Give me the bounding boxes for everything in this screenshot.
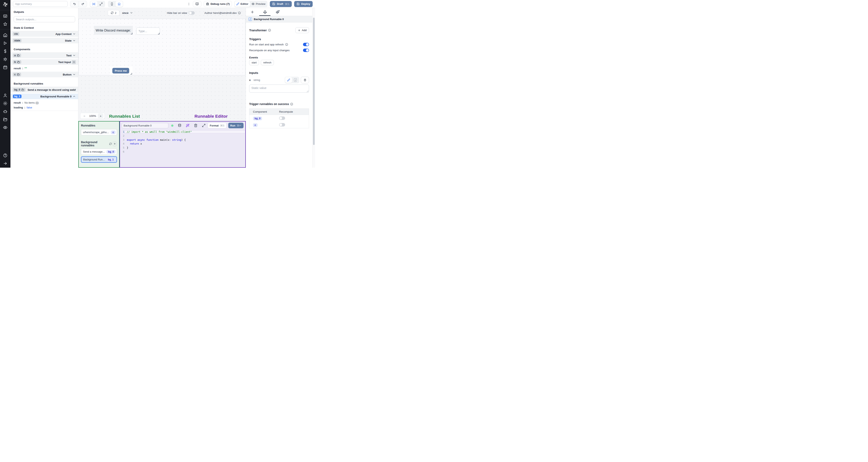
resize-handle[interactable] [130,73,132,74]
runs-icon[interactable] [3,41,7,45]
text-input-component[interactable] [136,28,160,35]
info-icon[interactable] [285,43,288,46]
app-summary-input[interactable] [13,1,68,7]
bg1-loading-detail[interactable]: loading : false [10,105,78,110]
output-row-ctx[interactable]: ctx App Context [10,31,78,37]
chevron-down-icon[interactable] [72,54,76,57]
chevron-down-icon[interactable] [72,39,76,42]
chevron-down-icon[interactable] [72,32,76,36]
schedules-icon[interactable] [3,65,7,69]
database-icon[interactable] [178,124,181,127]
bg1-row[interactable]: bg_1 Background Runnable 0 [10,94,78,99]
discord-message-input[interactable] [136,28,160,35]
refresh-count-button[interactable]: 2 [108,10,119,16]
chevron-up-icon[interactable] [72,95,76,98]
collapse-rail-icon[interactable] [3,161,7,166]
app-canvas[interactable]: Write Discord message: Press me [79,19,245,75]
fullwidth-layout-button[interactable] [97,1,105,7]
refresh-event-button[interactable]: refresh [261,60,274,65]
settings-icon[interactable] [3,101,7,106]
zoom-out-button[interactable]: − [82,114,87,118]
resize-handle[interactable] [131,33,132,34]
tab-preview[interactable]: Preview [250,1,267,7]
format-button[interactable]: Format ⌘S [208,123,227,128]
eval-mode-button[interactable]: ƒ [292,77,299,83]
more-menu-icon[interactable] [187,2,190,6]
info-icon[interactable] [238,11,241,14]
c-badge: c [253,123,257,127]
runnable-item-bg1-selected[interactable]: Background Run... bg_1 [81,156,117,163]
center-layout-button[interactable] [90,1,97,7]
add-transformer-button[interactable]: Add [296,27,309,33]
add-background-runnable-button[interactable] [113,141,117,146]
text-component[interactable]: Write Discord message: [94,26,133,35]
c-recompute-toggle[interactable] [279,123,285,127]
collapse-row-button[interactable] [72,60,76,64]
workers-icon[interactable] [3,109,7,113]
canvas-area: 2 once Hide bar on view Author henri@win… [79,8,246,168]
info-icon[interactable] [290,103,293,106]
bg0-label: Send a message to discord using webhoo [28,88,76,91]
search-outputs-input[interactable] [14,16,75,22]
b-result-detail[interactable]: result : "" [10,66,78,71]
component-row-b[interactable]: b Text Input [10,59,78,65]
favorites-icon[interactable] [3,22,7,26]
run-on-start-toggle[interactable] [303,43,309,46]
runnable-item-bg0[interactable]: Send a message... bg_0 [81,148,117,155]
folders-icon[interactable] [3,117,7,122]
code-editor[interactable]: 1// import * as wmill from "windmill-cli… [120,130,245,154]
bg1-result-detail[interactable]: result : No items ([]) [10,100,78,105]
runnable-item-c[interactable]: u/henri/scrape_githu... c [81,129,117,135]
start-event-button[interactable]: start [249,60,259,65]
windmill-logo-icon[interactable] [2,2,8,7]
page-scrollbar[interactable] [312,8,315,168]
static-value-textarea[interactable] [249,85,309,93]
tab-editor[interactable]: Editor [235,1,250,7]
settings-tab-icon[interactable] [263,10,267,14]
settings-tabs [246,8,312,16]
recompute-toggle[interactable] [303,48,309,52]
docs-button[interactable] [193,1,201,7]
bg0-row[interactable]: bg_0 Send a message to discord using web… [10,87,78,93]
account-icon[interactable] [3,93,7,98]
scrollbar-thumb[interactable] [313,18,315,145]
zoom-in-button[interactable]: + [98,113,103,118]
draft-button[interactable]: Draft ⌘S [270,1,292,7]
resize-handle[interactable] [158,33,159,34]
connect-input-button[interactable] [301,77,309,83]
runnable-name-input[interactable] [122,123,168,128]
hide-bar-toggle[interactable] [189,11,195,15]
component-row-a[interactable]: a Text [10,53,78,58]
bg0-recompute-toggle[interactable] [279,117,285,120]
app-switcher-icon[interactable] [3,14,7,18]
chevron-down-icon[interactable] [72,73,76,76]
selected-runnable-bar[interactable]: ƒ Background Runnable 0 [246,16,312,23]
desktop-view-button[interactable] [116,1,123,7]
run-button[interactable]: Run ⌘↵ [228,123,244,128]
static-mode-button[interactable] [285,77,292,83]
help-icon[interactable] [3,153,7,158]
styling-tab-icon[interactable] [276,10,280,14]
b-badge-label: b [14,61,16,63]
output-row-state[interactable]: state State [10,38,78,43]
audit-logs-icon[interactable] [3,125,7,130]
undo-icon [73,2,76,6]
delete-icon[interactable] [194,124,197,127]
variables-icon[interactable] [3,49,7,54]
insert-tab-icon[interactable] [250,10,254,14]
undo-button[interactable] [70,1,79,7]
home-icon[interactable] [3,33,7,37]
component-row-c[interactable]: c Button [10,72,78,77]
redo-button[interactable] [79,1,87,7]
hand-pointer-icon [17,54,20,57]
debug-runs-button[interactable]: Debug runs (7) [204,1,232,7]
button-component-cell[interactable]: Press me [110,66,132,75]
schedule-dropdown[interactable]: once [122,11,133,14]
info-icon[interactable] [268,29,271,32]
mobile-view-button[interactable] [108,1,116,7]
resources-icon[interactable] [3,57,7,61]
ai-wand-icon[interactable] [186,124,189,127]
expand-editor-icon[interactable] [202,124,206,127]
press-me-button[interactable]: Press me [112,68,129,73]
deploy-button[interactable]: Deploy [294,1,313,7]
